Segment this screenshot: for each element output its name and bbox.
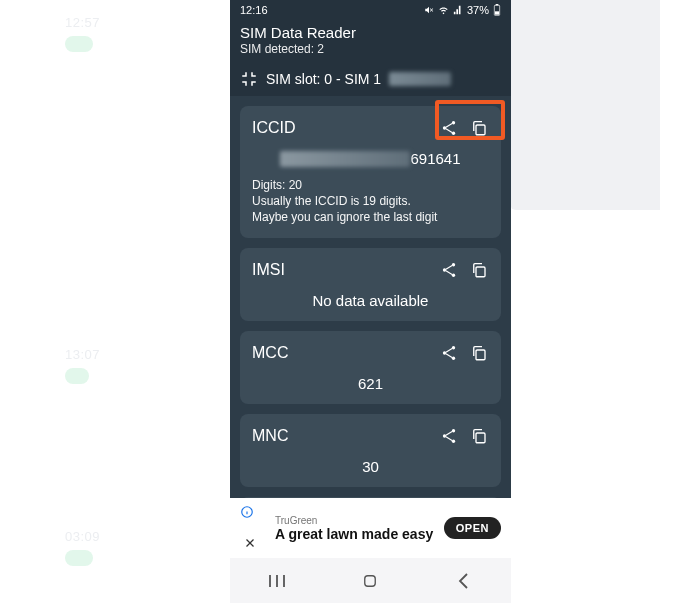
card-iccid: ICCID 691641 Digits: 20 Usually the ICCI… [240, 106, 501, 238]
app-subtitle: SIM detected: 2 [240, 42, 501, 56]
svg-point-9 [452, 273, 455, 276]
nav-recents-icon[interactable] [257, 561, 297, 601]
iccid-value-redacted [280, 151, 410, 167]
ghost-pill-2 [65, 368, 89, 384]
svg-point-13 [452, 356, 455, 359]
card-title-imsi: IMSI [252, 261, 285, 279]
svg-rect-1 [496, 4, 499, 5]
app-title: SIM Data Reader [240, 24, 501, 41]
svg-point-3 [452, 121, 455, 124]
ad-info-icon[interactable] [240, 505, 258, 523]
android-nav-bar [230, 558, 511, 603]
sim-slot-label: SIM slot: 0 - SIM 1 [266, 71, 381, 87]
iccid-notes: Digits: 20 Usually the ICCID is 19 digit… [252, 177, 489, 226]
svg-point-7 [452, 263, 455, 266]
card-mnc: MNC 30 [240, 414, 501, 487]
svg-rect-14 [476, 350, 485, 360]
svg-point-16 [443, 434, 446, 437]
svg-point-15 [452, 429, 455, 432]
mcc-value: 621 [252, 375, 489, 392]
ghost-time-1: 12:57 [65, 15, 125, 30]
imsi-value: No data available [252, 292, 489, 309]
ghost-pill-3 [65, 550, 93, 566]
wifi-icon [438, 5, 449, 15]
ghost-time-2: 13:07 [65, 347, 125, 362]
copy-icon[interactable] [469, 118, 489, 138]
card-title-mnc: MNC [252, 427, 288, 445]
svg-point-8 [443, 268, 446, 271]
share-icon[interactable] [439, 426, 459, 446]
svg-point-17 [452, 439, 455, 442]
iccid-note-1: Usually the ICCID is 19 digits. [252, 193, 489, 209]
svg-point-11 [452, 346, 455, 349]
battery-text: 37% [467, 4, 489, 16]
volume-mute-icon [424, 5, 434, 15]
iccid-value-row: 691641 [252, 150, 489, 167]
card-mcc: MCC 621 [240, 331, 501, 404]
copy-icon[interactable] [469, 260, 489, 280]
svg-point-4 [443, 126, 446, 129]
iccid-value-suffix: 691641 [410, 150, 460, 167]
nav-home-icon[interactable] [350, 561, 390, 601]
svg-rect-10 [476, 267, 485, 277]
ghost-pill-1 [65, 36, 93, 52]
sim-slot-header[interactable]: SIM slot: 0 - SIM 1 [230, 62, 511, 96]
share-icon[interactable] [439, 118, 459, 138]
card-list[interactable]: ICCID 691641 Digits: 20 Usually the ICCI… [230, 96, 511, 498]
ad-banner[interactable]: TruGreen A great lawn made easy OPEN [230, 498, 511, 558]
collapse-icon[interactable] [240, 70, 258, 88]
svg-rect-18 [476, 433, 485, 443]
iccid-digits-line: Digits: 20 [252, 177, 489, 193]
signal-icon [453, 5, 463, 15]
svg-point-12 [443, 351, 446, 354]
sim-slot-name-redacted [389, 72, 451, 86]
svg-rect-2 [495, 11, 499, 14]
share-icon[interactable] [439, 343, 459, 363]
svg-rect-6 [476, 125, 485, 135]
status-time: 12:16 [240, 4, 268, 16]
ad-brand: TruGreen [275, 515, 444, 526]
app-header: SIM Data Reader SIM detected: 2 [230, 20, 511, 62]
article-timeline-ghosts: 12:57 13:07 03:09 [65, 15, 125, 585]
copy-icon[interactable] [469, 426, 489, 446]
svg-rect-31 [365, 575, 376, 586]
ad-headline: A great lawn made easy [275, 526, 444, 542]
status-right: 37% [424, 4, 501, 16]
iccid-note-2: Maybe you can ignore the last digit [252, 209, 489, 225]
card-imsi: IMSI No data available [240, 248, 501, 321]
card-title-iccid: ICCID [252, 119, 296, 137]
ad-open-button[interactable]: OPEN [444, 517, 501, 539]
mnc-value: 30 [252, 458, 489, 475]
svg-point-5 [452, 132, 455, 135]
nav-back-icon[interactable] [444, 561, 484, 601]
share-icon[interactable] [439, 260, 459, 280]
page-side-panel [510, 0, 660, 210]
ad-close-icon[interactable] [244, 535, 258, 549]
copy-icon[interactable] [469, 343, 489, 363]
card-title-mcc: MCC [252, 344, 288, 362]
status-bar: 12:16 37% [230, 0, 511, 20]
battery-icon [493, 4, 501, 16]
ghost-time-3: 03:09 [65, 529, 125, 544]
phone-frame: 12:16 37% SIM Data Reader SIM detected: … [230, 0, 511, 603]
